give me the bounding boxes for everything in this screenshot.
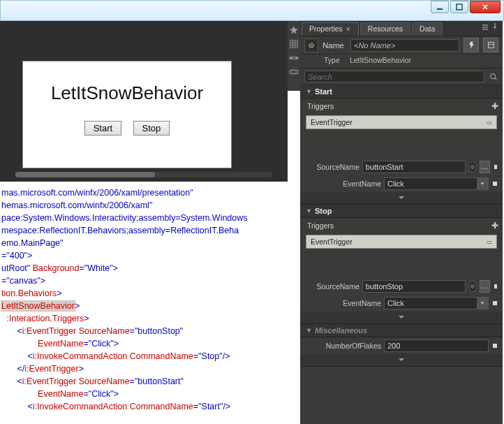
effects-icon[interactable] [289, 25, 299, 35]
ellipsis-button[interactable]: … [480, 161, 490, 173]
svg-rect-0 [437, 8, 443, 10]
selected-element: LetItSnowBehavior [1, 301, 75, 311]
code-text: i:EventTrigger [22, 377, 76, 386]
maximize-button[interactable] [450, 1, 468, 13]
xaml-editor[interactable]: mas.microsoft.com/winfx/2006/xaml/presen… [0, 182, 288, 424]
add-trigger-button[interactable]: ✚ [491, 101, 498, 111]
tab-data[interactable]: Data [412, 22, 443, 36]
svg-point-7 [292, 71, 293, 73]
chevron-down-icon: ▼ [306, 88, 312, 95]
type-value: LetItSnowBehavior [350, 56, 411, 64]
object-type-icon [304, 38, 318, 52]
svg-rect-1 [457, 4, 462, 10]
flakes-label: NumberOfFlakes [304, 342, 381, 350]
triggers-label: Triggers [307, 102, 334, 110]
properties-panel: Properties✕ Resources Data Name Type Let… [300, 21, 503, 424]
section-expander[interactable] [300, 312, 503, 324]
event-name-label: EventName [304, 299, 381, 307]
target-picker-icon[interactable] [468, 161, 477, 173]
section-misc-header[interactable]: ▼Miscellaneous [300, 324, 503, 337]
code-text: i:EventTrigger [24, 364, 78, 374]
code-text: CommandName [127, 351, 193, 361]
code-text: hemas.microsoft.com/winfx/2006/xaml" [1, 200, 152, 210]
code-text: tion.Behaviors [1, 288, 57, 298]
property-marker[interactable] [493, 182, 497, 186]
code-text: "Click" [89, 339, 114, 349]
search-icon[interactable] [489, 72, 498, 82]
design-toolstrip [288, 21, 300, 91]
code-text: mespace:ReflectionIT.Behaviors;assembly=… [1, 226, 239, 235]
artboard-title: LetItSnowBehavior [23, 61, 231, 104]
code-text: "buttonStop" [135, 326, 183, 336]
flakes-input[interactable] [384, 339, 489, 352]
code-text: i:EventTrigger [22, 326, 76, 336]
target-picker-icon[interactable] [468, 281, 477, 292]
svg-rect-3 [290, 57, 292, 59]
remove-trigger-icon[interactable]: ▭ [487, 239, 492, 245]
section-expander[interactable] [300, 192, 503, 205]
close-button[interactable] [470, 1, 501, 13]
chevron-down-icon[interactable] [477, 178, 488, 189]
svg-point-8 [295, 71, 297, 73]
chevron-down-icon[interactable] [477, 298, 488, 309]
design-surface: LetItSnowBehavior Start Stop [0, 21, 288, 182]
minimize-button[interactable] [431, 1, 449, 13]
ellipsis-button[interactable]: … [480, 280, 490, 293]
svg-point-14 [472, 166, 473, 168]
code-text: utRoot" [1, 263, 30, 273]
event-name-combo[interactable]: Click [384, 177, 489, 190]
chevron-down-icon: ▼ [306, 327, 312, 334]
property-marker[interactable] [494, 165, 497, 169]
svg-rect-2 [290, 41, 298, 48]
close-icon[interactable]: ✕ [346, 26, 351, 33]
trigger-item-start[interactable]: EventTrigger▭ [306, 115, 497, 129]
search-input[interactable] [304, 71, 484, 82]
snap-icon[interactable] [289, 53, 299, 63]
property-marker[interactable] [493, 301, 497, 305]
svg-rect-5 [292, 57, 295, 59]
source-name-label: SourceName [304, 163, 360, 171]
svg-rect-11 [488, 42, 494, 47]
code-text: Background [30, 263, 79, 273]
properties-view-button[interactable] [483, 38, 498, 52]
code-text: = [79, 263, 84, 273]
code-text: "buttonStart" [135, 377, 184, 386]
event-name-combo[interactable]: Click [384, 297, 489, 309]
code-text: CommandName [127, 402, 193, 411]
artboard-scrollbar[interactable] [15, 172, 272, 177]
start-button[interactable]: Start [84, 121, 121, 136]
source-name-input[interactable] [362, 161, 466, 173]
add-trigger-button[interactable]: ✚ [491, 221, 498, 231]
code-text: "400" [6, 251, 27, 261]
grid-icon[interactable] [289, 39, 299, 49]
type-label: Type [324, 56, 348, 64]
section-expander[interactable] [300, 354, 503, 367]
triggers-label: Triggers [307, 221, 334, 230]
remove-trigger-icon[interactable]: ▭ [487, 119, 492, 126]
trigger-item-stop[interactable]: EventTrigger▭ [306, 235, 497, 249]
controller-icon[interactable] [289, 67, 299, 77]
code-text: i:InvokeCommandAction [33, 402, 127, 411]
tab-resources[interactable]: Resources [360, 22, 410, 36]
stop-button[interactable]: Stop [133, 121, 170, 136]
source-name-input[interactable] [362, 280, 466, 293]
svg-point-12 [491, 73, 496, 78]
code-text: pace:System.Windows.Interactivity;assemb… [1, 213, 248, 223]
artboard[interactable]: LetItSnowBehavior Start Stop [23, 61, 231, 168]
panel-menu-icon[interactable] [482, 24, 489, 32]
events-view-button[interactable] [464, 38, 479, 52]
section-stop-header[interactable]: ▼Stop [300, 205, 503, 218]
svg-point-10 [311, 44, 312, 45]
tab-properties[interactable]: Properties✕ [302, 22, 359, 36]
section-start-header[interactable]: ▼Start [300, 85, 503, 98]
pin-icon[interactable] [491, 22, 498, 31]
code-text: SourceName [76, 377, 129, 386]
svg-rect-4 [296, 57, 299, 59]
chevron-down-icon: ▼ [306, 207, 312, 214]
code-text: "Start" [198, 402, 223, 411]
property-marker[interactable] [493, 344, 497, 348]
name-label: Name [323, 41, 346, 50]
name-input[interactable] [350, 39, 459, 52]
property-marker[interactable] [494, 284, 497, 288]
code-text: :Interaction.Triggers [7, 314, 84, 323]
